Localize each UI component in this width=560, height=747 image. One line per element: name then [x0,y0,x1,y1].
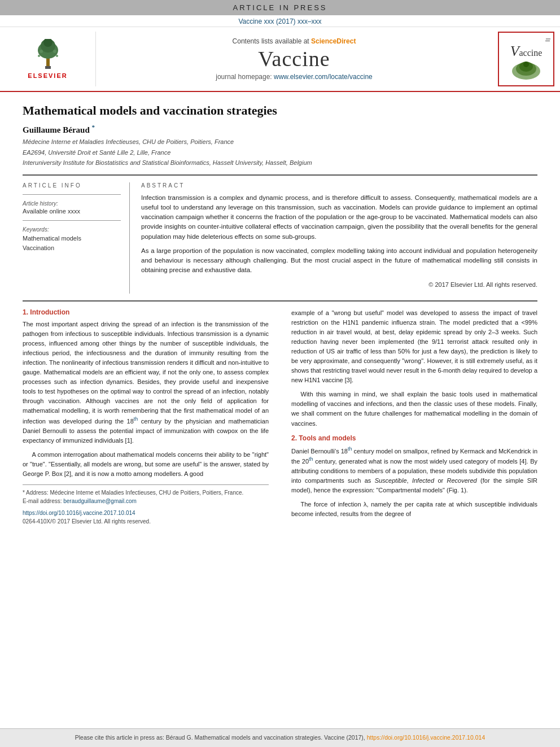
copyright: © 2017 Elsevier Ltd. All rights reserved… [141,280,537,290]
affiliation-3: Interuniversity Institute for Biostatist… [23,158,537,168]
intro-body: The most important aspect driving the sp… [23,320,269,479]
keywords-label: Keywords: [23,226,121,233]
affiliation-2: EA2694, Université Droit et Santé Lille … [23,148,537,158]
keyword-2: Vaccination [23,243,121,254]
abstract-col: ABSTRACT Infection transmission is a com… [141,182,537,294]
svg-rect-0 [45,66,51,69]
tools-para-1: Daniel Bernoulli's 18th century model on… [291,445,537,496]
body-section: 1. Introduction The most important aspec… [23,308,537,526]
intro-heading: 1. Introduction [23,308,269,316]
sciencedirect-link[interactable]: ScienceDirect [311,37,356,45]
tools-title: Tools and models [299,434,356,442]
svg-point-5 [40,50,43,53]
body-col-left: 1. Introduction The most important aspec… [23,308,274,526]
tools-heading: 2. Tools and models [291,434,537,442]
divider-keywords [23,220,121,221]
tools-para-2: The force of infection λ, namely the per… [291,500,537,519]
divider-body [23,300,537,302]
banner-text: ARTICLE IN PRESS [233,3,327,12]
elsevier-logo: ELSEVIER [6,32,96,86]
svg-point-12 [523,62,529,67]
vaccine-logo-icon [509,60,543,82]
page: ARTICLE IN PRESS Vaccine xxx (2017) xxx–… [0,0,560,747]
keyword-1: Mathematical models [23,234,121,244]
intro-right-body: example of a "wrong but useful" model wa… [291,308,537,429]
journal-homepage: journal homepage: www.elsevier.com/locat… [102,73,487,81]
elsevier-tree-icon [25,39,71,70]
doi-link[interactable]: https://doi.org/10.1016/j.vaccine.2017.1… [23,510,135,516]
article-info-col: ARTICLE INFO Article history: Available … [23,182,130,294]
header-section: ELSEVIER Contents lists available at Sci… [0,27,560,92]
available-online: Available online xxxx [23,208,121,215]
article-title: Mathematical models and vaccination stra… [23,103,537,118]
svg-point-8 [56,55,58,57]
footer-link[interactable]: https://doi.org/10.1016/j.vaccine.2017.1… [367,734,485,741]
issn-line: 0264-410X/© 2017 Elsevier Ltd. All right… [23,517,269,526]
journal-homepage-link[interactable]: www.elsevier.com/locate/vaccine [274,73,373,81]
footnote-address: * Address: Médecine Interne et Maladies … [23,488,269,497]
sciencedirect-text: Contents lists available at ScienceDirec… [102,37,487,45]
tools-body: Daniel Bernoulli's 18th century model on… [291,445,537,519]
vaccine-accine: accine [519,48,542,58]
footer-bar: Please cite this article in press as: Bé… [0,728,560,747]
abstract-label: ABSTRACT [141,182,537,189]
intro-para-1: The most important aspect driving the sp… [23,320,269,445]
abstract-para-2: As a large proportion of the population … [141,246,537,276]
vaccine-v: V [510,43,519,60]
author-name: Guillaume Béraud * [23,124,537,135]
footer-prefix: Please cite this article in press as: Bé… [75,734,367,741]
article-in-press-banner: ARTICLE IN PRESS [0,0,560,15]
vaccine-logo-text: V accine [510,43,542,60]
divider-info [23,194,121,195]
journal-name: Vaccine [102,47,487,71]
footnotes-section: * Address: Médecine Interne et Maladies … [23,484,269,526]
footnote-email: E-mail address: beraudguillaume@gmail.co… [23,497,269,505]
body-col-right: example of a "wrong but useful" model wa… [286,308,537,526]
vaccine-logo-box: ⚌ V accine [498,32,554,86]
info-abstract-row: ARTICLE INFO Article history: Available … [23,182,537,294]
elsevier-brand: ELSEVIER [25,39,71,79]
history-label: Article history: [23,200,121,207]
journal-link-bar: Vaccine xxx (2017) xxx–xxx [0,15,560,27]
journal-citation: Vaccine xxx (2017) xxx–xxx [238,18,321,25]
intro-para-2: A common interrogation about mathematica… [23,450,269,479]
doi-line: https://doi.org/10.1016/j.vaccine.2017.1… [23,509,269,517]
article-info-label: ARTICLE INFO [23,182,121,189]
main-content: Mathematical models and vaccination stra… [0,92,560,728]
intro-right-para-2: With this warning in mind, we shall expl… [291,390,537,428]
divider-after-affiliations [23,174,537,176]
email-link[interactable]: beraudguillaume@gmail.com [63,498,137,504]
svg-point-6 [53,50,56,53]
elsevier-text: ELSEVIER [28,72,67,79]
abstract-para-1: Infection transmission is a complex and … [141,193,537,242]
abstract-text: Infection transmission is a complex and … [141,193,537,290]
intro-title: Introduction [30,308,69,316]
journal-info: Contents lists available at ScienceDirec… [96,32,492,86]
svg-point-7 [38,55,40,57]
intro-right-para-1: example of a "wrong but useful" model wa… [291,308,537,385]
affiliation-1: Médecine Interne et Maladies Infectieuse… [23,137,537,147]
